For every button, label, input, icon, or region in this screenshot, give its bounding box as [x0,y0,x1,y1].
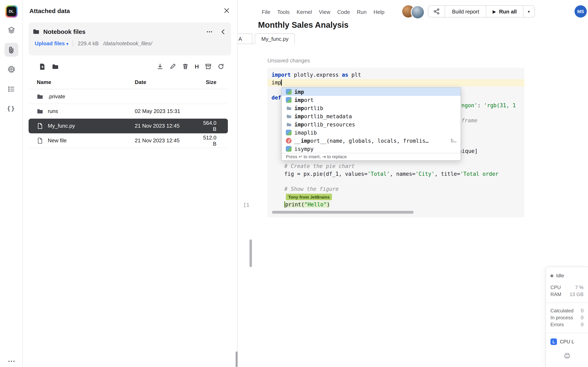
build-report-button[interactable]: Build report [445,8,486,15]
machine-selector[interactable]: L CPU L [550,338,584,345]
completion-item[interactable]: isympy [282,145,461,153]
menu-code[interactable]: Code [337,9,350,15]
panel-title: Attached data [29,7,70,14]
menu-kernel[interactable]: Kernel [297,9,312,15]
module-icon [286,97,292,103]
folder-icon [37,93,43,100]
tab-partial[interactable]: A [237,33,252,44]
code-fragment: nique] [458,148,478,155]
file-name: My_func.py [48,123,75,129]
play-icon: ▶ [493,9,496,14]
file-date: 21 Nov 2023 12:45 [135,137,200,143]
module-icon [286,89,292,95]
outline-icon[interactable] [4,82,18,96]
status-row: Errors0 [550,321,584,328]
file-name: .private [48,93,65,100]
file-icon [37,137,43,144]
variables-icon[interactable]: {} [4,101,18,115]
header-name: Name [37,79,135,85]
download-icon[interactable] [157,63,163,70]
datalore-logo-text: DL [6,7,16,16]
completion-item[interactable]: importlib_resources [282,120,461,128]
archive-icon[interactable] [205,63,212,70]
folder-icon [33,28,40,35]
menu-help[interactable]: Help [374,9,385,15]
completion-label: importlib [294,105,323,111]
horizontal-scrollbar[interactable] [272,211,414,214]
attached-data-icon[interactable] [4,43,18,57]
printer-icon[interactable] [550,352,584,359]
tab-my-func[interactable]: My_func.py [255,33,295,44]
folder-icon [37,108,43,114]
table-row[interactable]: runs02 May 2023 15:31 [29,104,228,119]
menu-file[interactable]: File [262,9,270,15]
divider [546,333,588,333]
environment-icon[interactable] [4,62,18,76]
edit-icon[interactable] [169,63,176,70]
more-options-icon[interactable] [0,360,22,362]
menu-bar: FileToolsKernelViewCodeRunHelp [262,9,384,15]
completion-item[interactable]: f__import__(name, globals, locals, froml… [282,137,461,145]
layers-icon[interactable] [4,23,18,37]
module-icon [286,146,292,152]
kernel-state: Idle [556,273,564,278]
app-root: DL {} Attached data [0,0,588,367]
file-icon [37,123,43,129]
file-size: 512.0 B [200,134,216,147]
new-file-icon[interactable] [39,63,46,70]
completion-detail: b… [450,138,457,143]
kernel-status-panel: Idle CPU7 %RAM13 GB Calculated0In proces… [545,267,588,367]
user-avatar[interactable]: MS [575,5,587,17]
new-folder-icon[interactable] [52,63,59,70]
table-row[interactable]: My_func.py21 Nov 2023 12:45564.0 B [29,119,228,133]
completion-label: imaplib [294,129,317,136]
delete-icon[interactable] [182,63,189,70]
completion-label: importlib_resources [294,121,355,127]
panel-scrollbar[interactable] [236,351,238,367]
vertical-scrollbar[interactable] [250,239,252,267]
header-size: Size [200,79,216,85]
completion-label: __import__(name, globals, locals, fromli… [294,138,429,144]
refresh-icon[interactable] [218,63,224,70]
completion-item[interactable]: importlib [282,104,461,112]
completion-item[interactable]: imaplib [282,128,461,137]
module-icon [286,130,292,135]
collaborator-avatar[interactable] [411,5,425,19]
counter-rows: Calculated0In process0Errors0 [550,308,584,328]
icon-rail: DL {} [0,0,23,367]
completion-item[interactable]: imp [282,88,461,96]
run-all-button[interactable]: ▶ Run all [486,8,523,15]
completion-item[interactable]: import [282,96,461,104]
upload-files-button[interactable]: Upload files ▾ [35,40,68,47]
completion-label: importlib_metadata [294,113,352,119]
attached-data-panel: Attached data Notebook files [22,0,238,367]
notebook-files-card: Notebook files Upload files ▾ 229.4 kB /… [29,22,231,55]
notebook-title: Monthly Sales Analysis [258,20,348,30]
run-options-chevron-icon[interactable]: ▾ [523,9,534,14]
menu-tools[interactable]: Tools [277,9,290,15]
datalore-logo[interactable]: DL [5,5,17,17]
resource-rows: CPU7 %RAM13 GB [550,284,584,298]
h-icon[interactable]: H [195,64,199,69]
completion-label: isympy [294,146,314,152]
card-title: Notebook files [43,28,86,35]
tab-gap [252,33,255,44]
completion-popup: impimportimportlibimportlib_metadataimpo… [281,87,461,161]
files-toolbar: H [22,61,237,72]
function-icon: f [286,138,292,143]
folder-icon [286,122,292,127]
header-date: Date [135,79,200,85]
chevron-down-icon: ▾ [66,42,68,46]
status-row: CPU7 % [550,284,584,291]
kebab-menu-icon[interactable] [207,31,212,33]
completion-item[interactable]: importlib_metadata [282,112,461,120]
close-icon[interactable] [224,8,229,13]
table-row[interactable]: .private [29,89,228,104]
completion-footer: Press ↵ to insert, ⇥ to replace [282,153,461,160]
collapse-chevron-icon[interactable] [221,29,225,34]
table-row[interactable]: New file21 Nov 2023 12:45512.0 B [29,133,228,148]
menu-run[interactable]: Run [357,9,367,15]
menu-view[interactable]: View [319,9,330,15]
folder-size: 229.4 kB [78,40,99,47]
share-icon[interactable] [428,8,445,15]
